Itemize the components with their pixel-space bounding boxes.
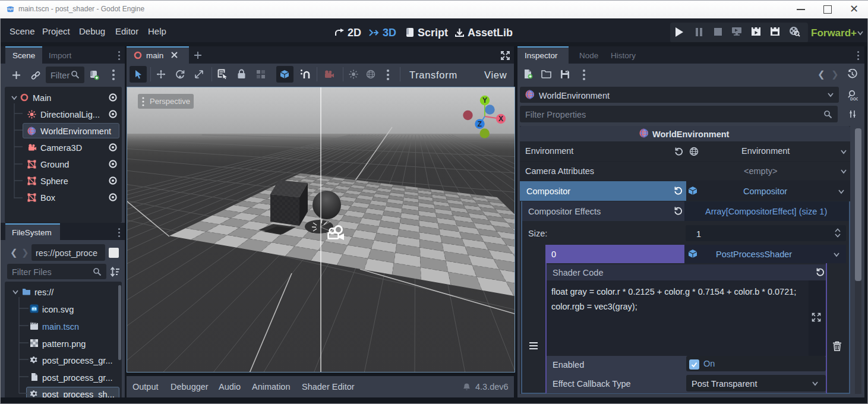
svg-text:Z: Z <box>478 120 482 128</box>
svg-text:DOC: DOC <box>850 97 858 101</box>
svg-text:Y: Y <box>482 96 487 105</box>
svg-text:Perspective: Perspective <box>150 97 190 106</box>
svg-text:X: X <box>498 115 503 123</box>
